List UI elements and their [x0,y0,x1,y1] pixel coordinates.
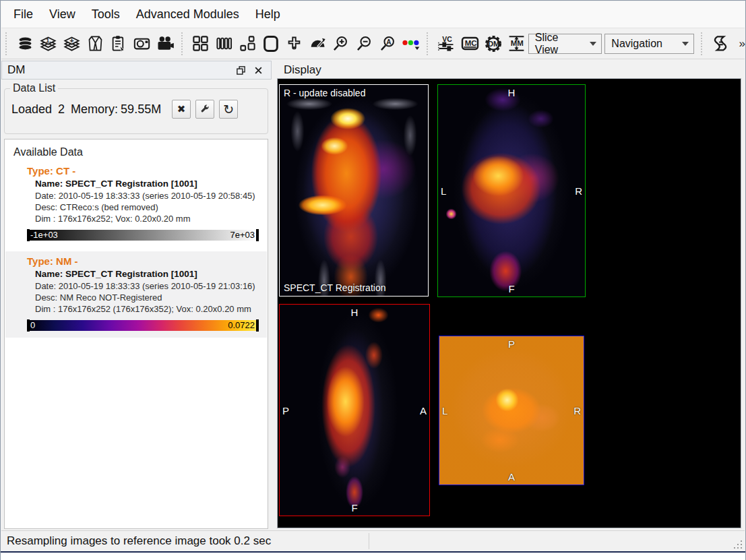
view-dataset-label: SPECT_CT Registration [284,282,385,293]
toolbar-drag-handle[interactable] [181,32,187,55]
video-capture-icon[interactable] [154,31,177,57]
layers-add-icon[interactable]: + [60,31,84,57]
window-bottom-edge [1,551,745,560]
data-list-group: Data List Loaded 2 Memory: 59.55M ✖ ↻ [4,88,268,134]
toolbar-drag-handle[interactable] [701,32,706,55]
svg-text:VC: VC [443,34,453,42]
reload-data-button[interactable]: ↻ [219,100,238,119]
display-canvas: R - update disabled SPECT_CT Registratio… [277,78,741,528]
orientation-label-h: H [351,307,359,318]
layers-load-icon[interactable]: 1. [36,31,60,57]
entry-type: Type: NM - [27,255,261,267]
navigation-dropdown[interactable]: Navigation [604,34,694,54]
orientation-label-h: H [508,87,516,98]
toolbar-overflow-button[interactable]: » [739,37,744,51]
memory-value: 59.55M [121,102,161,117]
menu-file[interactable]: File [5,3,41,26]
layout-strips-icon[interactable] [212,31,236,57]
orientation-label-p: P [508,338,515,350]
orientation-label-a: A [508,471,515,483]
loaded-count: 2 [58,102,65,117]
rgb-channels-icon[interactable] [400,31,423,57]
svg-text:MM: MM [511,39,524,47]
ct-colorbar[interactable]: -1e+03 7e+03 [27,230,259,241]
available-data-panel: Available Data Type: CT - Name: SPECT_CT… [4,139,268,529]
data-entry-ct[interactable]: Type: CT - Name: SPECT_CT Registration [… [5,161,267,247]
status-separator [369,533,369,549]
resize-grip[interactable] [734,540,743,549]
orientation-label-f: F [351,502,357,514]
entry-desc: Desc: NM Reco NOT-Registered [35,292,261,303]
view-coronal[interactable]: H L R F [437,84,586,297]
memory-label: Memory: [71,102,118,117]
layout-single-icon[interactable] [259,31,282,57]
mc-icon[interactable]: MC [458,31,482,57]
main-toolbar: 1. + [1,28,745,59]
vc-sliders-icon[interactable]: VC [435,31,458,57]
display-group-label: Display [284,63,321,77]
mm-range-icon[interactable]: MM [505,31,528,57]
orientation-label-f: F [508,283,514,294]
float-panel-icon[interactable] [233,63,248,77]
script-icon[interactable] [709,31,733,57]
pin-tool-icon[interactable] [282,31,306,57]
camera-snapshot-icon[interactable] [130,31,154,57]
reload-icon: ↻ [223,103,234,116]
data-list-label: Data List [10,82,58,94]
gauge-icon[interactable] [306,31,330,57]
toolbar-drag-handle[interactable] [427,32,432,55]
svg-text:A: A [386,38,392,46]
colorbar-min-cap[interactable] [27,319,30,332]
colorbar-max-label: 0.0722 [228,320,255,331]
entry-name: Name: SPECT_CT Registration [1001] [35,179,261,189]
entry-date: Date: 2010-05-19 18:33:33 (series 2010-0… [35,191,261,201]
orientation-label-a: A [420,404,427,416]
close-panel-icon[interactable] [251,63,266,77]
layout-quad-icon[interactable] [189,31,212,57]
layout-mixed-icon[interactable] [236,31,259,57]
app-window: File View Tools Advanced Modules Help 1.… [0,0,746,560]
entry-name: Name: SPECT_CT Registration [1001] [35,269,261,279]
view-axial[interactable]: P L R A [439,336,584,485]
loaded-label: Loaded [11,102,52,117]
available-data-label: Available Data [13,146,83,158]
colorbar-max-cap[interactable] [256,319,259,332]
menu-help[interactable]: Help [247,3,288,26]
view-mip[interactable]: R - update disabled SPECT_CT Registratio… [279,84,429,297]
orientation-label-r: R [575,185,582,197]
entry-dim: Dim : 176x176x252; Vox: 0.20x0.20 mm [35,214,261,224]
menu-advanced-modules[interactable]: Advanced Modules [128,3,247,26]
suit-icon[interactable] [84,31,107,57]
entry-date: Date: 2010-05-19 18:33:33 (series 2010-0… [35,281,261,291]
colorbar-min-label: -1e+03 [30,230,58,241]
svg-text:MC: MC [464,39,476,47]
entry-desc: Desc: CTReco:s (bed removed) [35,202,261,212]
dm-panel-title: DM [7,63,230,77]
view-sagittal[interactable]: H P A F [279,304,430,516]
slice-view-dropdown[interactable]: Slice View [528,34,602,54]
zoom-in-icon[interactable] [330,31,353,57]
svg-text:+: + [69,36,74,44]
database-icon[interactable] [13,31,37,57]
orientation-label-l: L [441,185,446,197]
zoom-out-icon[interactable] [352,31,376,57]
clear-icon: ✖ [177,103,186,115]
zoom-auto-icon[interactable]: A [376,31,400,57]
orientation-label-l: L [442,405,447,416]
dm-panel-titlebar[interactable]: DM [1,61,272,80]
data-entry-nm[interactable]: Type: NM - Name: SPECT_CT Registration [… [5,251,267,338]
dm-gear-icon[interactable]: DM [481,31,505,57]
entry-type: Type: CT - [27,165,261,177]
colorbar-max-cap[interactable] [256,229,259,241]
clipboard-report-icon[interactable] [107,31,131,57]
data-settings-button[interactable] [195,100,214,119]
toolbar-drag-handle[interactable] [5,32,11,55]
menu-view[interactable]: View [41,3,84,26]
nm-colorbar[interactable]: 0 0.0722 [27,320,259,331]
status-bar: Resampling images to reference image too… [1,530,745,551]
colorbar-min-cap[interactable] [27,229,30,241]
orientation-label-p: P [282,404,289,416]
wrench-icon [199,104,210,115]
menu-tools[interactable]: Tools [84,3,128,26]
clear-data-button[interactable]: ✖ [172,100,191,119]
